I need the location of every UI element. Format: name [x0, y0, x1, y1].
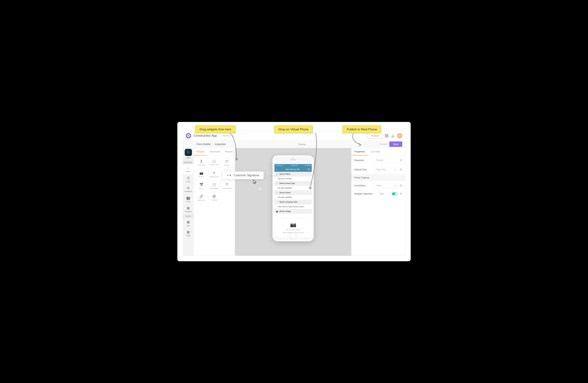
drag-ghost[interactable]: ×·✎ Customer Signature [222, 172, 264, 179]
widget-signature[interactable]: SIGNATURE [208, 169, 220, 180]
text-icon [200, 159, 202, 163]
widget-choice-list[interactable]: CHOICE LIST [208, 157, 220, 168]
form-input-no-data-2[interactable]: *No data available.› [274, 195, 312, 200]
drag-ghost-label: Customer Signature [234, 174, 259, 177]
arrow-drop-icon [301, 131, 323, 192]
widget-timestamp[interactable]: TIMESTAMP [208, 181, 220, 191]
save-button[interactable]: Save [389, 141, 402, 147]
prop-required-select[interactable]: Prompt [374, 158, 398, 163]
callout-drag: Drag widgets from here [195, 126, 236, 134]
version-selector[interactable]: 1.000 ▾ [185, 157, 191, 159]
apps-grid-icon[interactable] [385, 134, 388, 137]
prop-multiple-selection-label: Multiple Selection [354, 192, 378, 195]
choice-icon [213, 160, 216, 163]
doc-icon [276, 201, 278, 203]
image-drop-label: Tap to add images [276, 229, 310, 230]
app-window: Construction App Search Publish JK Form … [183, 131, 405, 256]
camera-icon [199, 171, 203, 175]
workflows-icon [187, 186, 189, 190]
prop-default-text-label: Default Text [354, 168, 372, 171]
phone-camera-icon [293, 158, 294, 159]
stopwatch-icon [225, 183, 229, 187]
prop-section-photo-capture: Photo Capture [351, 174, 405, 181]
form-input-image-req: * [274, 214, 312, 218]
arrow-drag-icon [224, 131, 246, 165]
prop-default-text-select[interactable]: Plain Text▾ [374, 167, 398, 172]
app-title: Construction App [194, 134, 217, 137]
link-icon [199, 194, 203, 198]
clock-icon [212, 183, 216, 187]
widget-toggle[interactable]: TOGGLE [208, 192, 220, 203]
sidebar-item-workflows[interactable]: Workflows [183, 184, 193, 194]
sidebar-section-drive: DRIVE [183, 214, 193, 218]
back-icon[interactable]: ‹ [276, 168, 277, 171]
prop-annotation-select[interactable]: Allow▾ [374, 183, 398, 188]
prop-required-label: Required [354, 159, 372, 162]
chevron-down-icon: ▾ [395, 168, 396, 171]
signature-icon [213, 171, 216, 175]
tasks-icon [187, 230, 190, 234]
signature-icon: ×·✎ [227, 174, 231, 177]
sidebar-section-builder: BUILDER [183, 160, 193, 164]
widget-text-box[interactable]: TEXT BOX [195, 157, 207, 168]
help-icon[interactable]: ? [400, 192, 402, 195]
widget-web-link[interactable]: WEB LINK [195, 192, 207, 203]
form-field-image[interactable]: Server image [274, 209, 312, 214]
widget-stopwatch[interactable]: STOPWATCH [221, 181, 233, 191]
data-icon [187, 220, 190, 224]
canvas[interactable]: ×·✎ Customer Signature + •••• IDEA ⚡ 11:… [235, 148, 351, 256]
callout-publish: Publish to Real Phone [342, 126, 381, 134]
forms-icon [187, 176, 190, 180]
form-input-open-company[interactable]: *Click here to Open Server comp...› [274, 204, 312, 209]
prop-annotation-label: Annotation [354, 184, 372, 187]
tab-widgets[interactable]: Widgets [194, 148, 207, 155]
home-icon [187, 166, 189, 170]
brand-logo-icon [186, 133, 191, 138]
callout-drop: Drop on Virtual Phone [274, 126, 313, 134]
avatar[interactable]: JK [397, 133, 402, 138]
widget-date[interactable]: DATE [195, 181, 207, 191]
chevron-down-icon: ▾ [395, 184, 396, 187]
chevron-right-icon: › [212, 143, 213, 146]
bell-icon[interactable] [391, 134, 395, 138]
publish-button[interactable]: Publish [367, 133, 382, 139]
sidebar-item-tasks[interactable]: Tasks [183, 228, 193, 238]
phone-speaker-icon [290, 159, 296, 160]
camera-large-icon [276, 222, 310, 228]
sidebar-item-data[interactable]: Data [183, 218, 193, 228]
help-icon[interactable]: ? [400, 184, 402, 187]
cancel-button[interactable]: Cancel [379, 143, 387, 146]
sidebar-item-users[interactable]: Users [183, 194, 193, 204]
arrow-publish-icon [350, 132, 366, 150]
list-icon [276, 182, 278, 184]
sidebar: S 1.000 ▾ BUILDER Home Forms Workflows U… [183, 148, 194, 256]
list-icon [276, 192, 278, 194]
users-icon [186, 196, 190, 200]
help-icon[interactable]: ? [400, 159, 402, 162]
breadcrumb-root[interactable]: Form Builder [197, 143, 211, 146]
plus-icon: + [258, 187, 262, 191]
sidebar-item-forms[interactable]: Forms [183, 174, 193, 184]
camera-icon [276, 210, 278, 212]
breadcrumb-bar: Form Builder › Inspection Saving... Canc… [183, 141, 405, 148]
widget-photo[interactable]: PHOTO [195, 169, 207, 180]
cursor-icon [253, 179, 257, 186]
form-field-company[interactable]: Server company info [274, 200, 312, 204]
tab-list-view[interactable]: List View [368, 148, 383, 155]
calendar-icon [199, 183, 203, 187]
tab-advanced[interactable]: Advanced [207, 148, 223, 155]
properties-panel: Properties List View Required Prompt ? D… [351, 148, 405, 256]
text-icon [276, 173, 278, 175]
prop-multiple-selection-toggle[interactable] [392, 192, 398, 195]
toggle-icon [212, 194, 216, 198]
phone-home-button[interactable] [290, 233, 296, 240]
sidebar-item-templates[interactable]: Templates [183, 204, 193, 214]
app-icon[interactable]: S [185, 149, 192, 156]
sidebar-item-home[interactable]: Home [183, 164, 193, 174]
templates-icon [187, 206, 190, 210]
prop-multiple-selection-value: Yes [380, 192, 390, 195]
help-icon[interactable]: ? [400, 168, 402, 171]
